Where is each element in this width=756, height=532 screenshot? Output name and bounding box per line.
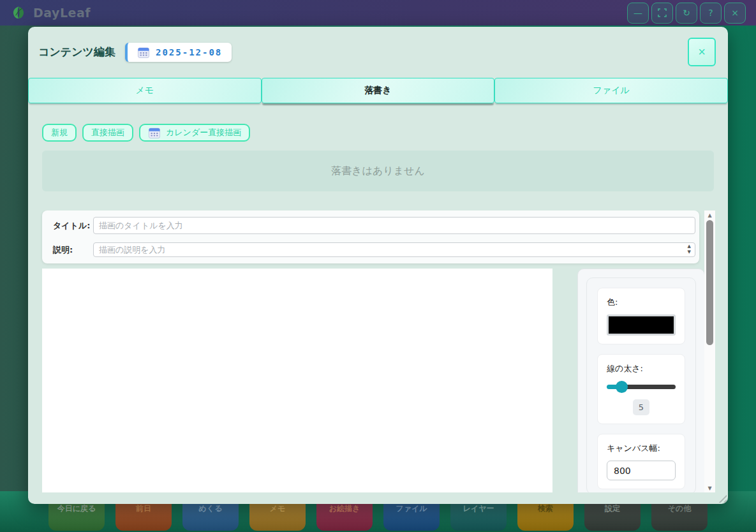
calendar-direct-draw-button[interactable]: カレンダー直接描画: [139, 124, 250, 142]
minimize-icon: —: [634, 8, 642, 18]
line-width-card: 線の太さ: 5: [597, 354, 685, 424]
help-icon: ?: [708, 8, 713, 18]
drawing-tools-panel: 色: 線の太さ: 5 キャンバス幅:: [577, 269, 705, 492]
tab-doodle[interactable]: 落書き: [262, 78, 495, 103]
color-card: 色:: [597, 288, 685, 344]
line-width-label: 線の太さ:: [607, 363, 676, 374]
direct-draw-label: 直接描画: [91, 127, 124, 138]
scroll-down-icon[interactable]: ▼: [708, 484, 711, 492]
app-title: DayLeaf: [33, 6, 91, 20]
canvas-width-card: キャンバス幅:: [597, 434, 685, 489]
new-doodle-button[interactable]: 新規: [42, 124, 77, 142]
description-label: 説明:: [53, 244, 93, 256]
close-icon: ×: [731, 8, 739, 18]
date-picker-button[interactable]: 2025-12-08: [125, 43, 232, 62]
window-close-button[interactable]: ×: [724, 3, 746, 24]
calendar-icon: [137, 46, 150, 59]
canvas-width-label: キャンバス幅:: [607, 443, 676, 454]
stepper-arrows-icon[interactable]: ▲▼: [688, 244, 691, 255]
content-edit-modal: コンテンツ編集 2025-12-08 × メモ 落書き ファイル 新規 直接描画: [28, 27, 728, 504]
color-label: 色:: [607, 297, 676, 308]
modal-title: コンテンツ編集: [38, 45, 115, 59]
calendar-icon: [148, 126, 161, 139]
slider-thumb[interactable]: [616, 381, 628, 393]
empty-message: 落書きはありません: [331, 165, 425, 178]
modal-tabs: メモ 落書き ファイル: [28, 78, 728, 103]
scrollbar-thumb[interactable]: [706, 220, 713, 345]
tab-memo[interactable]: メモ: [28, 78, 262, 103]
doodle-form: タイトル: 説明: ▲▼: [42, 211, 699, 263]
minimize-button[interactable]: —: [627, 3, 649, 24]
fullscreen-button[interactable]: [651, 3, 673, 24]
line-width-value: 5: [633, 399, 649, 415]
color-picker-swatch[interactable]: [607, 314, 676, 336]
vertical-scrollbar[interactable]: ▲ ▼: [704, 211, 715, 492]
canvas-width-input[interactable]: [607, 461, 676, 480]
new-doodle-label: 新規: [51, 127, 68, 138]
doodle-title-input[interactable]: [93, 217, 695, 234]
line-width-slider[interactable]: [607, 381, 676, 393]
app-brand: DayLeaf: [10, 4, 91, 21]
window-controls: — ↻ ? ×: [627, 3, 746, 24]
leaf-logo-icon: [10, 4, 27, 21]
modal-resize-handle[interactable]: [716, 492, 727, 503]
help-button[interactable]: ?: [700, 3, 722, 24]
modal-header: コンテンツ編集 2025-12-08 ×: [28, 27, 728, 66]
direct-draw-button[interactable]: 直接描画: [82, 124, 133, 142]
modal-close-button[interactable]: ×: [688, 38, 716, 66]
refresh-button[interactable]: ↻: [676, 3, 697, 24]
doodle-empty-state: 落書きはありません: [42, 151, 714, 191]
refresh-icon: ↻: [683, 8, 690, 18]
doodle-description-input[interactable]: [93, 242, 695, 257]
app-titlebar: DayLeaf — ↻ ? ×: [0, 0, 756, 26]
drawing-canvas[interactable]: [42, 269, 552, 492]
fullscreen-icon: [658, 8, 667, 17]
date-value: 2025-12-08: [156, 47, 222, 57]
drawing-tools-inner: 色: 線の太さ: 5 キャンバス幅:: [586, 277, 696, 492]
calendar-direct-draw-label: カレンダー直接描画: [166, 127, 241, 138]
title-label: タイトル:: [53, 220, 93, 232]
tab-file[interactable]: ファイル: [494, 78, 728, 103]
doodle-editor-region: タイトル: 説明: ▲▼ 色: 線の太: [28, 211, 728, 492]
scroll-up-icon[interactable]: ▲: [708, 211, 711, 219]
doodle-actions: 新規 直接描画 カレンダー直接描画: [42, 124, 714, 142]
modal-close-icon: ×: [698, 45, 706, 59]
